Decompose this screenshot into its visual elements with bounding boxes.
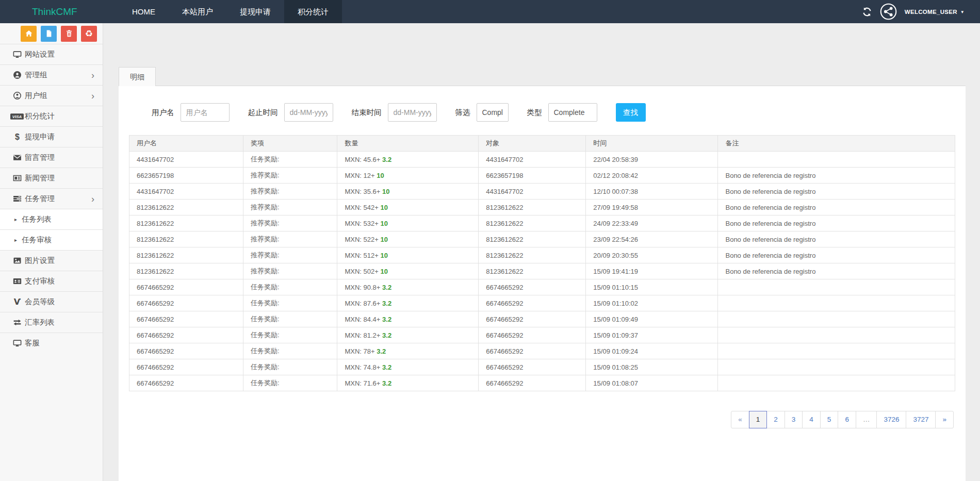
page-2[interactable]: 2 <box>766 411 785 428</box>
page-4[interactable]: 4 <box>802 411 821 428</box>
cell-username: 8123612622 <box>129 247 243 263</box>
cell-amount: MXN: 522+ 10 <box>337 231 479 247</box>
sidebar-item-user-groups[interactable]: 用户组› <box>0 85 103 106</box>
sidebar-item-exchange-rates[interactable]: 汇率列表 <box>0 312 103 333</box>
refresh-icon[interactable] <box>862 7 872 17</box>
sidebar-item-site-settings[interactable]: 网站设置 <box>0 44 103 64</box>
user-circle-icon <box>9 71 25 79</box>
quick-recycle-button[interactable]: ♻ <box>81 26 97 42</box>
amount-value: MXN: 522+ <box>345 236 380 243</box>
sidebar-item-message-management[interactable]: 留言管理 <box>0 147 103 168</box>
header-row: 用户名奖项数量对象时间备注 <box>129 136 955 152</box>
cell-target: 8123612622 <box>479 247 586 263</box>
chevron-right-icon: › <box>91 194 94 204</box>
search-button[interactable]: 查找 <box>616 103 646 122</box>
quick-trash-button[interactable] <box>61 26 77 42</box>
tab-detail[interactable]: 明细 <box>119 67 156 86</box>
sidebar-item-label: 任务管理 <box>25 194 55 204</box>
cell-target: 6674665292 <box>479 327 586 343</box>
sidebar-item-points-stats[interactable]: VISA积分统计 <box>0 106 103 126</box>
page-6[interactable]: 6 <box>838 411 856 428</box>
sidebar-item-task-list[interactable]: ▸任务列表 <box>0 209 103 229</box>
bonus-value: 3.2 <box>377 347 386 355</box>
sidebar-item-news-management[interactable]: 新闻管理 <box>0 168 103 188</box>
sidebar-item-label: 提现申请 <box>25 132 55 142</box>
sidebar-item-admin-groups[interactable]: 管理组› <box>0 64 103 85</box>
bonus-value: 3.2 <box>382 156 391 163</box>
table-row: 8123612622推荐奖励:MXN: 502+ 10812361262215/… <box>129 263 955 279</box>
sidebar-item-label: 任务审核 <box>22 235 52 245</box>
sidebar-item-withdraw-requests[interactable]: $提现申请 <box>0 126 103 147</box>
bonus-value: 10 <box>380 252 387 259</box>
cell-target: 6674665292 <box>479 359 586 375</box>
brand-logo[interactable]: ThinkCMF <box>0 0 108 23</box>
sidebar-item-label: 汇率列表 <box>25 318 55 327</box>
triangle-right-icon: ▸ <box>14 217 17 222</box>
sidebar-item-task-management[interactable]: 任务管理› <box>0 188 103 209</box>
end-date-input[interactable] <box>388 103 437 122</box>
table-row: 4431647702推荐奖励:MXN: 35.6+ 10443164770212… <box>129 184 955 200</box>
nav-item-site-users[interactable]: 本站用户 <box>169 0 226 23</box>
type-select-group: 类型 <box>527 103 597 122</box>
sidebar-item-customer-service[interactable]: 客服 <box>0 333 103 353</box>
cell-award: 任务奖励: <box>243 295 337 311</box>
cell-amount: MXN: 512+ 10 <box>337 247 479 263</box>
page-5[interactable]: 5 <box>820 411 839 428</box>
type-select[interactable] <box>548 103 597 122</box>
username-filter: 用户名 <box>152 103 230 122</box>
bonus-value: 3.2 <box>382 300 391 307</box>
cell-time: 15/09 01:09:24 <box>586 343 718 359</box>
column-header: 时间 <box>586 136 718 152</box>
nav-item-home[interactable]: HOME <box>119 0 169 23</box>
sidebar-item-task-review[interactable]: ▸任务审核 <box>0 229 103 250</box>
sidebar-item-image-settings[interactable]: 图片设置 <box>0 250 103 271</box>
chevron-right-icon: › <box>91 91 94 101</box>
sidebar-item-member-levels[interactable]: Ѵ会员等级 <box>0 291 103 312</box>
sidebar-item-payment-review[interactable]: 支付审核 <box>0 271 103 291</box>
bonus-value: 3.2 <box>382 316 391 323</box>
cell-note <box>718 327 955 343</box>
cell-note <box>718 375 955 391</box>
sidebar-item-label: 积分统计 <box>25 111 55 121</box>
cell-username: 6674665292 <box>129 279 243 295</box>
cell-username: 6674665292 <box>129 311 243 327</box>
cell-note <box>718 279 955 295</box>
filter-select[interactable] <box>477 103 509 122</box>
cell-amount: MXN: 542+ 10 <box>337 200 479 215</box>
amount-value: MXN: 87.6+ <box>345 300 382 307</box>
cell-amount: MXN: 45.6+ 3.2 <box>337 152 479 168</box>
nav-item-points-stats[interactable]: 积分统计 <box>284 0 342 23</box>
cell-note: Bono de referencia de registro <box>718 168 955 184</box>
start-date-input[interactable] <box>284 103 333 122</box>
page-3727[interactable]: 3727 <box>906 411 936 428</box>
cell-time: 15/09 01:10:15 <box>586 279 718 295</box>
cell-note: Bono de referencia de registro <box>718 215 955 231</box>
cell-award: 推荐奖励: <box>243 263 337 279</box>
nav-items: HOME本站用户提现申请积分统计 <box>119 0 342 23</box>
username-label: 用户名 <box>152 108 174 118</box>
avatar[interactable] <box>880 3 897 20</box>
cell-username: 6623657198 <box>129 168 243 184</box>
svg-text:$: $ <box>15 132 20 141</box>
amount-value: MXN: 45.6+ <box>345 156 382 163</box>
quick-file-button[interactable] <box>41 26 57 42</box>
page-next[interactable]: » <box>935 411 954 428</box>
page-ellipsis[interactable]: … <box>856 411 877 428</box>
cell-time: 15/09 01:09:49 <box>586 311 718 327</box>
filter-bar: 用户名 起止时间 结束时间 筛选 类型 <box>119 103 966 122</box>
nav-item-withdraw-requests[interactable]: 提现申请 <box>226 0 284 23</box>
cell-username: 6674665292 <box>129 343 243 359</box>
user-menu[interactable]: WELCOME_USER ▼ <box>905 9 965 15</box>
username-input[interactable] <box>181 103 230 122</box>
sidebar-item-label: 会员等级 <box>25 297 55 307</box>
cell-award: 推荐奖励: <box>243 184 337 200</box>
page-3726[interactable]: 3726 <box>876 411 906 428</box>
page-3[interactable]: 3 <box>785 411 803 428</box>
page-1[interactable]: 1 <box>749 411 767 428</box>
user-circle-o-icon <box>9 91 25 100</box>
cell-note: Bono de referencia de registro <box>718 200 955 215</box>
bonus-value: 10 <box>380 236 387 243</box>
page-prev[interactable]: « <box>731 411 749 428</box>
bonus-value: 10 <box>377 172 384 179</box>
quick-home-button[interactable] <box>21 26 37 42</box>
